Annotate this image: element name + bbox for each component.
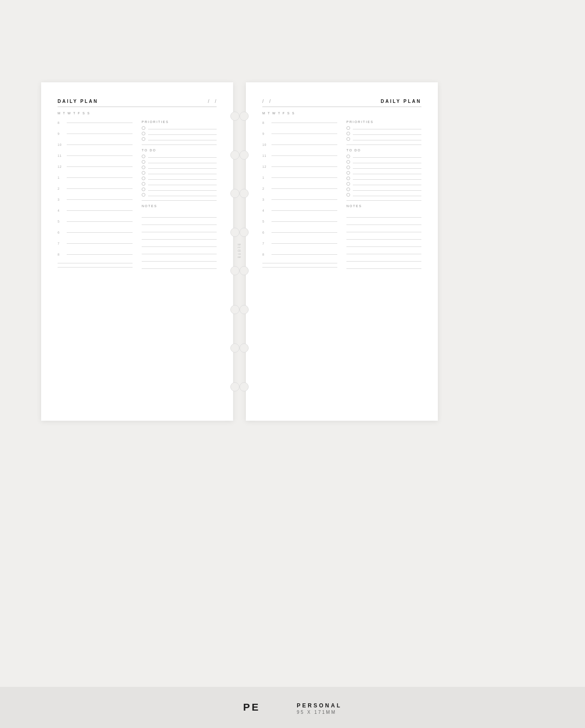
r-priority-item-3 (346, 137, 421, 141)
time-slot-8pm: 8 (58, 252, 133, 258)
hole-5 (230, 266, 239, 275)
hole-4 (230, 228, 239, 237)
r-todo-item-1 (346, 155, 421, 158)
time-line-6 (67, 232, 133, 233)
r-notes-line-5 (346, 240, 421, 247)
hole-3 (230, 189, 239, 198)
right-page-date: / / (262, 99, 271, 104)
right-page-header: DAILY PLAN / / (262, 99, 421, 104)
time-slot-12: 12 (58, 164, 133, 171)
right-page-title: DAILY PLAN (381, 99, 421, 104)
left-page: DAILY PLAN / / M T W T F S S 8 9 (41, 82, 233, 421)
right-page: DAILY PLAN / / M T W T F S S 8 9 (246, 82, 438, 421)
right-divider-1 (346, 145, 421, 145)
hole-6 (230, 305, 239, 314)
notes-line-4 (142, 232, 217, 240)
notes-line-1 (142, 210, 217, 218)
time-label-8pm: 8 (58, 252, 65, 256)
todo-circle-1 (142, 155, 145, 158)
bottom-bar: PE PERSONAL 95 X 171MM (0, 687, 585, 728)
r-notes-line-4 (346, 232, 421, 240)
time-line-10 (67, 145, 133, 145)
right-priorities-col: PRIORITIES TO DO (346, 120, 421, 271)
time-line-12 (67, 166, 133, 167)
left-priorities-label: PRIORITIES (142, 120, 217, 123)
todo-item-7 (142, 187, 217, 191)
time-label-8: 8 (58, 120, 65, 124)
time-slot-11: 11 (58, 153, 133, 160)
r-time-slot-3: 3 (262, 197, 337, 203)
r-time-slot-12: 12 (262, 164, 337, 171)
todo-line-5 (148, 179, 217, 180)
left-time-col: 8 9 10 11 (58, 120, 133, 271)
notes-line-6 (142, 247, 217, 254)
left-divider-2 (142, 200, 217, 201)
todo-item-8 (142, 193, 217, 197)
right-priorities-label: PRIORITIES (346, 120, 421, 123)
left-page-title: DAILY PLAN (58, 99, 98, 104)
time-line-8 (67, 123, 133, 123)
time-slot-1: 1 (58, 175, 133, 182)
time-slot-7: 7 (58, 241, 133, 247)
time-slot-6: 6 (58, 230, 133, 236)
time-line-7 (67, 243, 133, 244)
priority-line-3 (148, 140, 217, 140)
todo-item-5 (142, 177, 217, 180)
time-label-7: 7 (58, 241, 65, 245)
time-slot-5: 5 (58, 219, 133, 225)
r-notes-line-2 (346, 218, 421, 225)
time-label-1: 1 (58, 175, 65, 179)
time-line-3 (67, 199, 133, 200)
todo-line-1 (148, 157, 217, 158)
todo-circle-7 (142, 187, 145, 191)
todo-circle-8 (142, 193, 145, 197)
todo-item-6 (142, 182, 217, 186)
r-notes-line-3 (346, 225, 421, 232)
r-time-slot-10: 10 (262, 142, 337, 149)
right-todo-label: TO DO (346, 149, 421, 152)
priority-circle-3 (142, 137, 145, 141)
time-label-2: 2 (58, 186, 65, 190)
time-line-2 (67, 188, 133, 189)
pages-container: DAILY PLAN / / M T W T F S S 8 9 (41, 82, 544, 421)
time-label-10: 10 (58, 142, 65, 146)
r-time-slot-1: 1 (262, 175, 337, 182)
slots-label-left: SLOTS (238, 244, 240, 260)
r-time-slot-11: 11 (262, 153, 337, 160)
size-badge-label: PE (243, 701, 260, 713)
time-label-6: 6 (58, 230, 65, 234)
time-line-5 (67, 221, 133, 222)
left-divider-1 (142, 145, 217, 145)
time-label-5: 5 (58, 219, 65, 223)
size-detail: PERSONAL 95 X 171MM (297, 701, 342, 715)
r-time-slot-8pm: 8 (262, 252, 337, 258)
left-days-row: M T W T F S S (58, 112, 217, 115)
time-label-4: 4 (58, 208, 65, 212)
size-badge: PE (243, 701, 260, 713)
notes-line-3 (142, 225, 217, 232)
r-notes-line-7 (346, 254, 421, 262)
r-todo-item-5 (346, 177, 421, 180)
r-priority-item-1 (346, 126, 421, 130)
left-page-header: DAILY PLAN / / (58, 99, 217, 104)
r-time-slot-9: 9 (262, 131, 337, 138)
r-todo-item-2 (346, 160, 421, 164)
size-dims: 95 X 171MM (297, 710, 336, 715)
todo-line-3 (148, 168, 217, 169)
todo-item-1 (142, 155, 217, 158)
todo-circle-5 (142, 177, 145, 180)
notes-line-5 (142, 240, 217, 247)
time-slot-2: 2 (58, 186, 133, 193)
todo-line-8 (148, 196, 217, 196)
notes-line-2 (142, 218, 217, 225)
todo-circle-4 (142, 171, 145, 175)
time-slot-9: 9 (58, 131, 133, 138)
priority-item-2 (142, 132, 217, 135)
time-line-11 (67, 155, 133, 156)
todo-circle-6 (142, 182, 145, 186)
r-time-slot-5: 5 (262, 219, 337, 225)
right-columns: 8 9 10 11 (262, 120, 421, 271)
time-slot-4: 4 (58, 208, 133, 214)
r-todo-item-6 (346, 182, 421, 186)
time-label-12: 12 (58, 164, 65, 168)
